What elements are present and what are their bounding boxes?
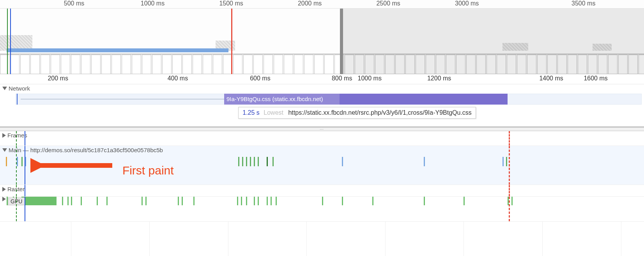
track-header-main[interactable]: Main — http://demos.so/result/5c187c1a36… xyxy=(2,147,163,153)
filmstrip-frame xyxy=(314,55,324,74)
track-header-frames[interactable]: Frames xyxy=(2,132,27,139)
gpu-task-tick[interactable] xyxy=(342,197,343,205)
chevron-down-icon[interactable] xyxy=(2,148,7,152)
marker-load xyxy=(509,131,510,146)
gpu-task-tick[interactable] xyxy=(271,197,272,205)
track-label: Network xyxy=(9,85,30,92)
gpu-task-tick[interactable] xyxy=(464,197,465,205)
gpu-task-tick[interactable] xyxy=(182,197,183,205)
gpu-task-tick[interactable] xyxy=(258,197,259,205)
gpu-task-tick[interactable] xyxy=(246,197,247,205)
gpu-task-tick[interactable] xyxy=(241,197,242,205)
track-frames[interactable]: Frames xyxy=(0,131,644,146)
track-main[interactable]: Main — http://demos.so/result/5c187c1a36… xyxy=(0,146,644,185)
filmstrip-frame xyxy=(41,55,50,74)
detail-tick: 400 ms xyxy=(168,75,188,82)
detail-tick: 1400 ms xyxy=(539,75,563,82)
filmstrip-frame xyxy=(91,55,101,74)
overview-tick: 2000 ms xyxy=(298,0,322,7)
chevron-down-icon[interactable] xyxy=(2,87,7,90)
gpu-task-tick[interactable] xyxy=(97,197,98,205)
track-header-network[interactable]: Network xyxy=(2,85,30,92)
filmstrip-frame xyxy=(61,55,70,74)
overview-marker-blue xyxy=(10,9,11,74)
overview-tick: 3500 ms xyxy=(571,0,595,7)
marker-load xyxy=(509,185,510,196)
gpu-task-tick[interactable] xyxy=(106,197,108,205)
marker-first-paint xyxy=(16,197,17,221)
flame-task[interactable] xyxy=(272,157,274,166)
gpu-task-tick[interactable] xyxy=(254,197,255,205)
panel-splitter[interactable]: ⋯ xyxy=(0,127,644,131)
overview-ruler: 500 ms 1000 ms 1500 ms 2000 ms 2500 ms 3… xyxy=(0,0,644,9)
flame-task[interactable] xyxy=(502,157,504,166)
track-raster[interactable]: Raster xyxy=(0,185,644,197)
annotation-arrow-icon xyxy=(30,158,116,173)
gpu-task-tick[interactable] xyxy=(237,197,238,205)
chevron-right-icon[interactable] xyxy=(2,187,6,192)
detail-tick: 600 ms xyxy=(250,75,270,82)
filmstrip-frame xyxy=(243,55,253,74)
marker-first-paint xyxy=(16,146,17,185)
network-request-label: 9Ia-Y9BtgQu.css (static.xx.fbcdn.net) xyxy=(226,96,323,102)
flame-task[interactable] xyxy=(254,157,255,166)
filmstrip-frame xyxy=(101,55,111,74)
flame-task[interactable] xyxy=(242,157,243,166)
gpu-task-tick[interactable] xyxy=(424,197,425,205)
gpu-task-tick[interactable] xyxy=(178,197,179,205)
tooltip-priority: Lowest xyxy=(264,109,283,116)
gpu-task-tick[interactable] xyxy=(71,197,72,205)
overview-selection-handle[interactable] xyxy=(340,9,343,74)
flame-task[interactable] xyxy=(267,157,268,166)
chevron-right-icon[interactable] xyxy=(2,133,6,138)
gpu-task-block[interactable] xyxy=(21,197,57,205)
flame-task[interactable] xyxy=(424,157,425,166)
filmstrip-frame xyxy=(111,55,121,74)
flame-task[interactable] xyxy=(17,157,18,166)
marker-blue xyxy=(25,131,25,146)
chevron-right-icon[interactable] xyxy=(2,197,6,201)
gpu-task-tick[interactable] xyxy=(81,197,82,205)
overview-minimap[interactable]: 500 ms 1000 ms 1500 ms 2000 ms 2500 ms 3… xyxy=(0,0,644,74)
gpu-task-tick[interactable] xyxy=(276,197,277,205)
track-gpu[interactable]: GPU xyxy=(0,197,644,222)
filmstrip-frame xyxy=(10,55,19,74)
gpu-task-tick[interactable] xyxy=(67,197,69,205)
gpu-task-tick[interactable] xyxy=(511,197,513,205)
network-waiting-line xyxy=(21,99,224,100)
network-request-download-phase xyxy=(340,94,508,105)
detail-tick: 1000 ms xyxy=(358,75,382,82)
gpu-task-tick[interactable] xyxy=(267,197,268,205)
track-network[interactable]: Network 9Ia-Y9BtgQu.css (static.xx.fbcdn… xyxy=(0,84,644,127)
marker-blue xyxy=(25,197,25,221)
filmstrip-frame xyxy=(152,55,161,74)
flame-task[interactable] xyxy=(238,157,239,166)
gpu-task-tick[interactable] xyxy=(193,197,195,205)
gpu-task-tick[interactable] xyxy=(142,197,143,205)
flame-task[interactable] xyxy=(25,157,26,166)
main-url: — http://demos.so/result/5c187c1a36cf500… xyxy=(23,147,163,153)
filmstrip-frame xyxy=(274,55,283,74)
track-header-gpu[interactable] xyxy=(2,197,6,201)
tooltip-url: https://static.xx.fbcdn.net/rsrc.php/v3/… xyxy=(288,109,471,116)
drag-handle-icon: ⋯ xyxy=(320,127,324,132)
gpu-task-tick[interactable] xyxy=(145,197,147,205)
flame-task[interactable] xyxy=(258,157,259,166)
gpu-task-tick[interactable] xyxy=(372,197,373,205)
flame-task[interactable] xyxy=(6,157,7,166)
flame-task[interactable] xyxy=(506,157,507,166)
flamechart-area: Frames Main — http://demos.so/result/5c1… xyxy=(0,131,644,222)
overview-body[interactable] xyxy=(0,9,644,74)
gpu-task-tick[interactable] xyxy=(322,197,323,205)
flame-task[interactable] xyxy=(21,157,23,166)
overview-tick: 1000 ms xyxy=(141,0,165,7)
flame-task[interactable] xyxy=(250,157,251,166)
overview-tick: 2500 ms xyxy=(376,0,400,7)
gpu-task-tick[interactable] xyxy=(62,197,63,205)
overview-marker-green xyxy=(7,9,8,74)
flame-task[interactable] xyxy=(246,157,247,166)
flame-task[interactable] xyxy=(342,157,343,166)
filmstrip-frame xyxy=(81,55,90,74)
detail-tick: 800 ms xyxy=(332,75,352,82)
track-header-raster[interactable]: Raster xyxy=(2,186,25,192)
